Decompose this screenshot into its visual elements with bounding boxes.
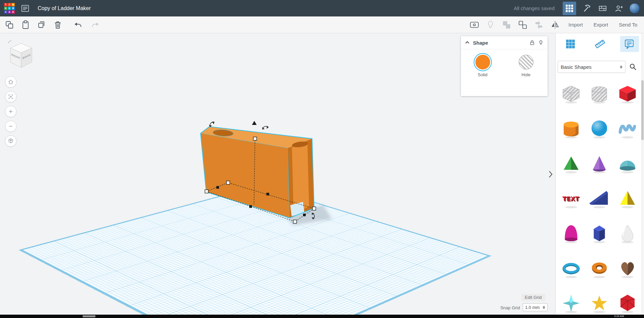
scrollbar-thumb[interactable]	[641, 80, 644, 140]
tab-notes[interactable]	[620, 36, 639, 52]
ungroup-button[interactable]	[517, 19, 528, 30]
lock-icon[interactable]	[529, 40, 535, 45]
taskbar-clock: 3:24 AM	[614, 315, 624, 318]
logo-tile-c: C	[4, 10, 7, 14]
group-button[interactable]	[501, 19, 512, 30]
collapse-panel-icon[interactable]	[465, 40, 470, 45]
top-hole	[213, 129, 233, 137]
shape-panel-title: Shape	[473, 40, 526, 46]
shape-cone[interactable]	[587, 149, 611, 178]
spinner-caret-icon[interactable]	[543, 306, 545, 309]
dropdown-caret-icon	[620, 65, 622, 69]
design-menu-icon[interactable]	[19, 3, 31, 14]
workplane[interactable]	[18, 185, 491, 318]
tinkercad-app: TINKERCAD Copy of Ladder Maker All chang…	[0, 0, 644, 318]
solid-label: Solid	[478, 72, 487, 77]
app-header: TINKERCAD Copy of Ladder Maker All chang…	[0, 0, 644, 16]
duplicate-button[interactable]	[36, 19, 47, 30]
shape-grid: TEXTTEXT	[557, 76, 642, 318]
tinker-pickaxe-icon[interactable]	[581, 3, 592, 14]
hole-swatch[interactable]	[519, 55, 533, 70]
shape-roof[interactable]	[559, 149, 583, 178]
rotate-handle-top-left[interactable]	[208, 121, 215, 127]
tab-ruler[interactable]	[591, 36, 609, 52]
zoom-in-button[interactable]	[5, 106, 16, 117]
snap-grid-value: 1.0 mm	[525, 305, 541, 310]
height-handle[interactable]	[253, 137, 257, 140]
visibility-bulb-icon[interactable]	[538, 40, 544, 45]
sidebar-scrollbar[interactable]	[641, 33, 644, 318]
logo-tile-d: D	[11, 10, 15, 14]
search-shapes-icon[interactable]	[629, 63, 637, 71]
shape-tube[interactable]	[587, 254, 611, 282]
shape-pyramid[interactable]	[615, 184, 640, 213]
shape-star-4[interactable]	[559, 289, 583, 317]
show-all-button[interactable]	[469, 19, 480, 30]
sidebar-collapse-chevron[interactable]	[548, 169, 554, 179]
shape-half-sphere[interactable]	[615, 149, 640, 178]
shape-inspector-panel: Shape Solid Hole	[461, 36, 548, 96]
undo-button[interactable]	[73, 19, 84, 30]
sidebar-tabs	[556, 36, 644, 52]
shape-paraboloid[interactable]	[559, 219, 583, 247]
logo-tile-e: E	[8, 7, 11, 10]
shape-heart[interactable]	[615, 254, 640, 282]
rotate-handle-top-right[interactable]	[262, 125, 269, 131]
redo-button[interactable]	[89, 19, 100, 30]
solid-option[interactable]: Solid	[475, 55, 490, 77]
shape-sphere[interactable]	[587, 115, 611, 143]
edit-grid-button[interactable]: Edit Grid	[521, 294, 545, 301]
raise-handle-arrow[interactable]	[252, 121, 257, 125]
logo-tile-k: K	[4, 7, 7, 10]
logo-tile-r: R	[11, 7, 15, 10]
shape-torus[interactable]	[559, 254, 583, 282]
home-view-button[interactable]	[5, 76, 16, 88]
perspective-toggle-button[interactable]	[5, 135, 16, 147]
solid-swatch[interactable]	[475, 55, 490, 70]
ruler-icon	[594, 38, 606, 50]
orbit-arrow-icon[interactable]	[8, 41, 11, 43]
shape-cylinder[interactable]	[559, 115, 583, 143]
tab-workplane[interactable]	[561, 36, 580, 52]
corner-handle-rear-left[interactable]	[226, 181, 230, 184]
taskbar-item[interactable]	[83, 315, 95, 317]
edge-handle-left[interactable]	[216, 186, 219, 189]
zoom-out-button[interactable]	[5, 121, 16, 132]
copy-button[interactable]	[4, 19, 15, 30]
align-button[interactable]	[533, 19, 544, 30]
shapes-sidebar: Basic Shapes TEXTTEXT	[555, 33, 644, 318]
shape-category-dropdown[interactable]: Basic Shapes	[558, 61, 626, 73]
logo-tile-a: A	[8, 10, 11, 14]
hide-bulb-button[interactable]	[485, 19, 496, 30]
fit-view-button[interactable]	[5, 91, 16, 102]
invite-person-icon[interactable]	[613, 3, 625, 14]
design-title[interactable]: Copy of Ladder Maker	[38, 5, 91, 11]
bricks-icon[interactable]	[597, 3, 608, 14]
snap-grid-dropdown[interactable]: 1.0 mm	[523, 303, 548, 311]
send-to-button[interactable]: Send To	[616, 20, 640, 29]
export-button[interactable]: Export	[591, 20, 611, 29]
paste-button[interactable]	[20, 19, 31, 30]
dashboard-grid-button[interactable]	[563, 2, 576, 15]
shape-category-value: Basic Shapes	[561, 64, 617, 70]
corner-handle-front-left[interactable]	[205, 190, 208, 193]
import-button[interactable]: Import	[566, 20, 586, 29]
shape-box-hole[interactable]	[559, 80, 583, 108]
shape-icosahedron[interactable]	[615, 289, 640, 317]
3d-viewport[interactable]: RIGHT BACK	[0, 33, 555, 318]
shape-cylinder-hole[interactable]	[587, 80, 611, 108]
mirror-button[interactable]	[550, 19, 560, 30]
user-avatar[interactable]	[629, 3, 640, 14]
tinkercad-logo[interactable]: TINKERCAD	[4, 3, 15, 14]
logo-tile-t: T	[4, 3, 7, 6]
shape-text[interactable]: TEXTTEXT	[559, 184, 583, 213]
shape-polygon[interactable]	[587, 219, 611, 247]
shape-egg[interactable]	[615, 219, 640, 247]
shape-scribble[interactable]	[615, 115, 640, 143]
view-cube[interactable]: RIGHT BACK	[6, 40, 36, 71]
delete-button[interactable]	[52, 19, 63, 30]
shape-box[interactable]	[615, 80, 640, 108]
shape-wedge[interactable]	[587, 184, 611, 213]
shape-star[interactable]	[587, 289, 611, 317]
hole-option[interactable]: Hole	[519, 55, 533, 77]
